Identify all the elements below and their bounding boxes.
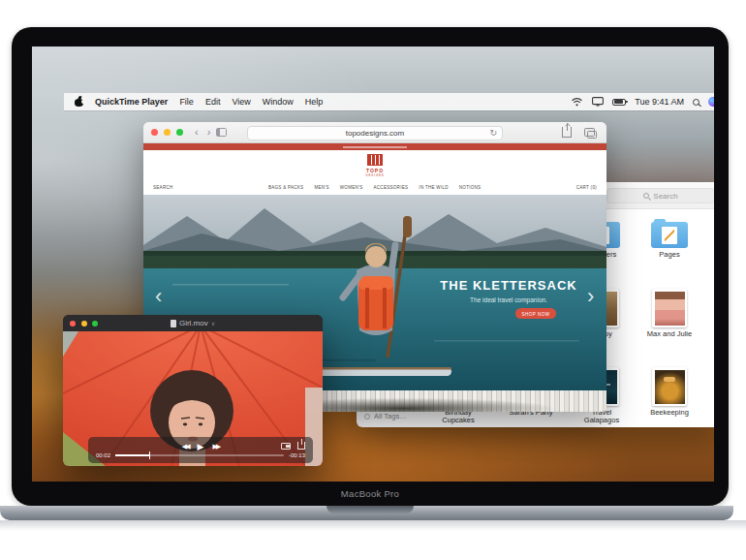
apple-menu-icon[interactable] bbox=[75, 97, 83, 107]
file-label: Beekeeping bbox=[642, 409, 697, 417]
pip-icon[interactable] bbox=[281, 443, 291, 450]
nav-item[interactable]: NOTIONS bbox=[459, 185, 482, 190]
topo-logo-icon bbox=[367, 154, 383, 166]
wifi-icon[interactable] bbox=[571, 97, 583, 107]
quicktime-titlebar[interactable]: Girl.mov ∨ bbox=[63, 315, 323, 331]
hero-cta-label: SHOP NOW bbox=[522, 312, 550, 317]
zoom-button[interactable] bbox=[176, 129, 183, 136]
laptop-lid-notch bbox=[326, 506, 414, 513]
fast-forward-icon[interactable]: ▶▶ bbox=[212, 443, 219, 451]
menu-window[interactable]: Window bbox=[263, 97, 294, 107]
play-icon[interactable]: ▶ bbox=[198, 442, 204, 451]
menu-help[interactable]: Help bbox=[305, 97, 324, 107]
elapsed-time: 00:02 bbox=[96, 452, 110, 458]
nav-cart-link[interactable]: CART (0) bbox=[576, 185, 597, 190]
address-bar[interactable]: topodesigns.com ↻ bbox=[247, 126, 503, 140]
nav-item[interactable]: IN THE WILD bbox=[419, 185, 448, 190]
forward-icon[interactable]: › bbox=[207, 127, 211, 138]
search-placeholder: Search bbox=[653, 192, 677, 201]
minimize-button[interactable] bbox=[164, 129, 171, 136]
display-icon[interactable] bbox=[592, 97, 604, 107]
safari-toolbar[interactable]: ‹ › topodesigns.com ↻ bbox=[143, 122, 606, 143]
nav-search-link[interactable]: SEARCH bbox=[153, 185, 173, 190]
photo-thumbnail-icon bbox=[652, 367, 687, 406]
carousel-next-arrow[interactable]: › bbox=[587, 284, 594, 308]
file-label: Max and Julie bbox=[642, 330, 697, 338]
site-header: TOPO DESIGNS SEARCH BAGS & PACKS MEN'S W… bbox=[143, 150, 606, 195]
share-icon[interactable] bbox=[562, 127, 572, 138]
folder-icon bbox=[651, 222, 688, 248]
search-icon bbox=[643, 193, 649, 199]
menu-bar-clock[interactable]: Tue 9:41 AM bbox=[635, 97, 684, 107]
menu-bar: QuickTime Player File Edit View Window H… bbox=[64, 93, 714, 110]
laptop-shadow bbox=[0, 520, 746, 531]
menu-file[interactable]: File bbox=[179, 97, 194, 107]
chevron-down-icon[interactable]: ∨ bbox=[211, 320, 215, 327]
finder-search-input[interactable]: Search bbox=[606, 188, 714, 203]
topo-logo[interactable]: TOPO DESIGNS bbox=[143, 154, 606, 177]
promo-banner bbox=[143, 143, 606, 150]
window-controls bbox=[143, 129, 183, 136]
close-button[interactable] bbox=[151, 129, 158, 136]
menu-edit[interactable]: Edit bbox=[205, 97, 221, 107]
reload-icon[interactable]: ↻ bbox=[489, 128, 497, 138]
all-tags-filter[interactable]: All Tags… bbox=[364, 412, 407, 420]
playhead[interactable] bbox=[149, 451, 151, 459]
remaining-time: -00:13 bbox=[289, 452, 305, 458]
siri-icon[interactable] bbox=[708, 97, 714, 107]
quicktime-window: Girl.mov ∨ bbox=[63, 315, 323, 466]
finder-item-beekeeping[interactable]: Beekeeping bbox=[642, 367, 697, 417]
tabs-icon[interactable] bbox=[584, 128, 595, 137]
battery-icon[interactable] bbox=[612, 99, 626, 106]
carousel-prev-arrow[interactable]: ‹ bbox=[155, 284, 162, 308]
spotlight-icon[interactable] bbox=[693, 99, 699, 106]
playback-controls: ◀◀ ▶ ▶▶ 00:02 -00:13 bbox=[88, 437, 313, 463]
sidebar-icon[interactable] bbox=[216, 128, 227, 137]
nav-item[interactable]: ACCESSORIES bbox=[374, 185, 409, 190]
hero-title-svg: THE KLETTERSACK bbox=[440, 278, 576, 293]
scrubber[interactable] bbox=[115, 454, 284, 456]
photo-thumbnail-icon bbox=[652, 289, 687, 327]
share-icon[interactable] bbox=[297, 442, 305, 450]
file-label: Pages bbox=[642, 251, 697, 259]
nav-item[interactable]: MEN'S bbox=[314, 185, 328, 190]
menu-view[interactable]: View bbox=[232, 97, 250, 107]
desktop-wallpaper: Search Numbers Pages Puppy Max and Julie bbox=[32, 47, 714, 482]
back-icon[interactable]: ‹ bbox=[195, 127, 199, 138]
nav-item[interactable]: BAGS & PACKS bbox=[268, 185, 304, 190]
finder-item-max-and-julie[interactable]: Max and Julie bbox=[642, 289, 697, 338]
window-title: Girl.mov bbox=[179, 319, 208, 327]
tag-circle-icon bbox=[364, 414, 370, 420]
nav-item[interactable]: WOMEN'S bbox=[340, 185, 363, 190]
macbook-pro-photo: Search Numbers Pages Puppy Max and Julie bbox=[0, 0, 746, 560]
app-menu-title[interactable]: QuickTime Player bbox=[95, 97, 168, 107]
rewind-icon[interactable]: ◀◀ bbox=[182, 443, 189, 451]
movie-file-icon bbox=[171, 320, 176, 327]
video-frame: ◀◀ ▶ ▶▶ 00:02 -00:13 bbox=[63, 331, 323, 466]
finder-item-pages[interactable]: Pages bbox=[642, 219, 697, 259]
device-label: MacBook Pro bbox=[12, 488, 729, 499]
site-nav: SEARCH BAGS & PACKS MEN'S WOMEN'S ACCESS… bbox=[153, 185, 597, 190]
hero-subtitle-svg: The ideal travel companion. bbox=[470, 296, 547, 304]
